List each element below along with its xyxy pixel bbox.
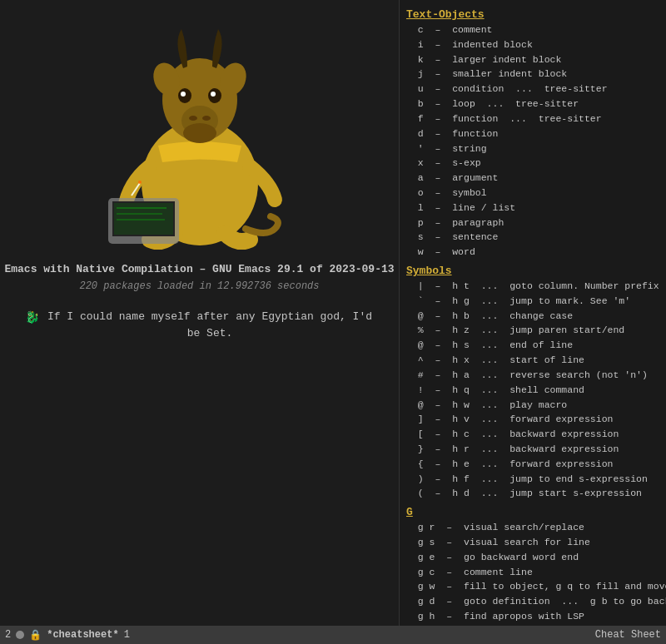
gnu-mascot bbox=[83, 17, 316, 250]
key-item: g w – fill to object, g q to fill and mo… bbox=[406, 579, 659, 594]
key-item: } – h r ... backward expression bbox=[406, 442, 659, 457]
key-item: % – h z ... jump paren start/end bbox=[406, 323, 659, 338]
key-item: g e – go backward word end bbox=[406, 550, 659, 565]
key-item: ( – h d ... jump start s-expression bbox=[406, 486, 659, 501]
key-item: g s – visual search for line bbox=[406, 535, 659, 550]
key-item: ) – h f ... jump to end s-expression bbox=[406, 472, 659, 487]
key-item: g c – comment line bbox=[406, 565, 659, 580]
key-item: c – comment bbox=[406, 22, 659, 37]
status-filename: *cheatsheet* bbox=[47, 629, 118, 641]
key-item: u – condition ... tree-sitter bbox=[406, 82, 659, 97]
status-right-label: Cheat Sheet bbox=[595, 629, 661, 641]
key-item: ^ – h x ... start of line bbox=[406, 353, 659, 368]
svg-point-20 bbox=[183, 123, 216, 143]
status-buffer-num: 1 bbox=[124, 629, 130, 641]
svg-point-7 bbox=[211, 92, 216, 97]
left-panel: Emacs with Native Compilation – GNU Emac… bbox=[0, 0, 400, 644]
svg-point-18 bbox=[189, 116, 197, 121]
svg-point-17 bbox=[138, 181, 142, 184]
section-title: Symbols bbox=[406, 265, 659, 277]
key-item: g d – goto definition ... g b to go back bbox=[406, 594, 659, 609]
key-item: f – function ... tree-sitter bbox=[406, 111, 659, 126]
status-lock-icon: 🔒 bbox=[29, 629, 42, 642]
key-item: g r – visual search/replace bbox=[406, 520, 659, 535]
svg-point-6 bbox=[181, 92, 186, 97]
section-title: G bbox=[406, 506, 659, 518]
key-item: p – paragraph bbox=[406, 215, 659, 230]
fortune-icon: 🐉 bbox=[25, 310, 39, 327]
status-number: 2 bbox=[5, 629, 11, 641]
fortune-text: 🐉 If I could name myself after any Egypt… bbox=[0, 309, 399, 341]
key-item: ] – h v ... forward expression bbox=[406, 412, 659, 427]
key-item: w – word bbox=[406, 245, 659, 260]
key-item: [ – h c ... backward expression bbox=[406, 427, 659, 442]
subtitle-text: 220 packages loaded in 12.992736 seconds bbox=[79, 280, 319, 292]
key-item: s – sentence bbox=[406, 230, 659, 245]
status-bar: 2 🔒 *cheatsheet* 1 Cheat Sheet bbox=[0, 626, 666, 644]
section-title: Text-Objects bbox=[406, 8, 659, 21]
key-item: | – h t ... goto column. Number prefix bbox=[406, 279, 659, 294]
fortune-message: If I could name myself after any Egyptia… bbox=[46, 309, 374, 341]
key-item: { – h e ... forward expression bbox=[406, 457, 659, 472]
key-item: ! – h q ... shell command bbox=[406, 383, 659, 398]
key-item: j – smaller indent block bbox=[406, 67, 659, 82]
title-text: Emacs with Native Compilation – GNU Emac… bbox=[4, 263, 394, 275]
key-item: @ – h w ... play macro bbox=[406, 398, 659, 413]
key-item: b – loop ... tree-sitter bbox=[406, 97, 659, 111]
key-item: g h – find apropos with LSP bbox=[406, 609, 659, 624]
svg-point-19 bbox=[202, 116, 211, 121]
key-item: a – argument bbox=[406, 171, 659, 186]
key-item: ` – h g ... jump to mark. See 'm' bbox=[406, 294, 659, 309]
key-item: i – indented block bbox=[406, 37, 659, 52]
key-item: l – line / list bbox=[406, 201, 659, 215]
key-item: ' – string bbox=[406, 141, 659, 156]
key-item: # – h a ... reverse search (not 'n') bbox=[406, 368, 659, 383]
key-item: x – s-exp bbox=[406, 156, 659, 171]
right-panel[interactable]: Text-Objects c – comment i – indented bl… bbox=[400, 0, 666, 644]
key-item: k – larger indent block bbox=[406, 52, 659, 67]
key-item: d – function bbox=[406, 126, 659, 141]
key-item: @ – h s ... end of line bbox=[406, 338, 659, 353]
key-item: @ – h b ... change case bbox=[406, 309, 659, 324]
key-item: o – symbol bbox=[406, 186, 659, 201]
status-indicator bbox=[16, 631, 24, 639]
